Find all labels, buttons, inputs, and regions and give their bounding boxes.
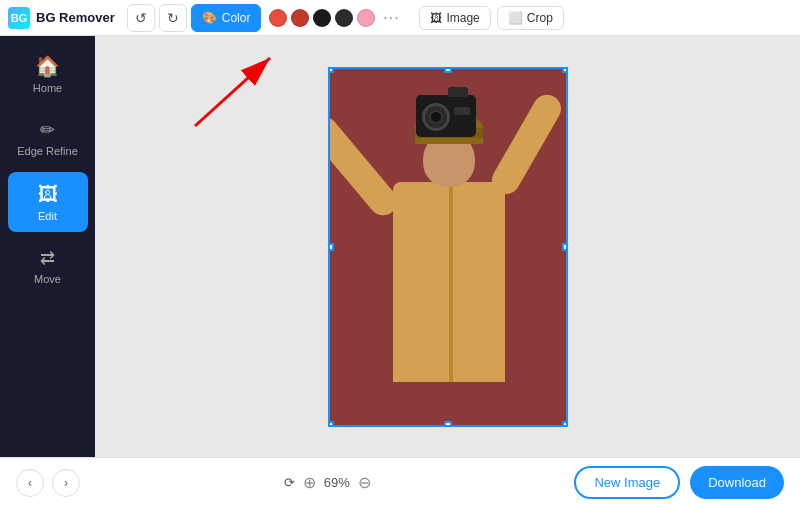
handle-tl[interactable] xyxy=(328,67,334,73)
swatch-pink[interactable] xyxy=(357,9,375,27)
crop-tool-button[interactable]: ⬜ Crop xyxy=(497,6,564,30)
handle-tr[interactable] xyxy=(562,67,568,73)
bottom-bar: ‹ › ⟳ ⊕ 69% ⊖ New Image Download xyxy=(0,457,800,507)
sidebar-home-label: Home xyxy=(33,82,62,94)
edit-icon: 🖼 xyxy=(38,183,58,206)
move-icon: ⇄ xyxy=(40,247,55,269)
action-buttons: New Image Download xyxy=(574,466,784,499)
handle-bm[interactable] xyxy=(444,421,452,427)
handle-tm[interactable] xyxy=(444,67,452,73)
crop-icon: ⬜ xyxy=(508,11,523,25)
zoom-controls: ⟳ ⊕ 69% ⊖ xyxy=(284,473,371,492)
main-layout: 🏠 Home ✏ Edge Refine 🖼 Edit ⇄ Move xyxy=(0,36,800,457)
image-icon: 🖼 xyxy=(430,11,442,25)
redo-button[interactable]: ↻ xyxy=(159,4,187,32)
color-swatches: ··· xyxy=(269,8,403,28)
app-title: BG Remover xyxy=(36,10,115,25)
image-tool-button[interactable]: 🖼 Image xyxy=(419,6,490,30)
app-logo: BG BG Remover xyxy=(8,7,115,29)
swatch-red[interactable] xyxy=(269,9,287,27)
swatch-dark[interactable] xyxy=(335,9,353,27)
prev-button[interactable]: ‹ xyxy=(16,469,44,497)
crop-label: Crop xyxy=(527,11,553,25)
swatch-red-dark[interactable] xyxy=(291,9,309,27)
sidebar-edge-label: Edge Refine xyxy=(17,145,78,157)
rotate-icon: ⟳ xyxy=(284,475,295,490)
zoom-level: 69% xyxy=(324,475,350,490)
zoom-out-button[interactable]: ⊖ xyxy=(358,473,371,492)
home-icon: 🏠 xyxy=(35,54,60,78)
handle-bl[interactable] xyxy=(328,421,334,427)
sidebar-item-edit[interactable]: 🖼 Edit xyxy=(8,172,88,232)
handle-br[interactable] xyxy=(562,421,568,427)
handle-lm[interactable] xyxy=(328,243,334,251)
more-colors-button[interactable]: ··· xyxy=(379,8,403,28)
image-preview xyxy=(328,67,568,427)
sidebar-item-home[interactable]: 🏠 Home xyxy=(8,44,88,104)
image-crop-tools: 🖼 Image ⬜ Crop xyxy=(419,6,563,30)
next-button[interactable]: › xyxy=(52,469,80,497)
sidebar-move-label: Move xyxy=(34,273,61,285)
image-frame xyxy=(328,67,568,427)
download-button[interactable]: Download xyxy=(690,466,784,499)
zoom-in-button[interactable]: ⊕ xyxy=(303,473,316,492)
swatch-black[interactable] xyxy=(313,9,331,27)
handle-rm[interactable] xyxy=(562,243,568,251)
toolbar-tools: ↺ ↻ 🎨 Color ··· 🖼 Image ⬜ Crop xyxy=(127,4,564,32)
svg-line-0 xyxy=(195,58,270,126)
color-button[interactable]: 🎨 Color xyxy=(191,4,262,32)
color-label: Color xyxy=(222,11,251,25)
title-bar: BG BG Remover ↺ ↻ 🎨 Color ··· 🖼 Image ⬜ … xyxy=(0,0,800,36)
nav-arrows: ‹ › xyxy=(16,469,80,497)
sidebar-item-move[interactable]: ⇄ Move xyxy=(8,236,88,296)
sidebar-item-edge-refine[interactable]: ✏ Edge Refine xyxy=(8,108,88,168)
canvas-image xyxy=(330,69,566,425)
sidebar: 🏠 Home ✏ Edge Refine 🖼 Edit ⇄ Move xyxy=(0,36,95,457)
canvas-area xyxy=(95,36,800,457)
sidebar-edit-label: Edit xyxy=(38,210,57,222)
undo-button[interactable]: ↺ xyxy=(127,4,155,32)
edge-refine-icon: ✏ xyxy=(40,119,55,141)
logo-icon: BG xyxy=(8,7,30,29)
new-image-button[interactable]: New Image xyxy=(574,466,680,499)
image-label: Image xyxy=(446,11,479,25)
